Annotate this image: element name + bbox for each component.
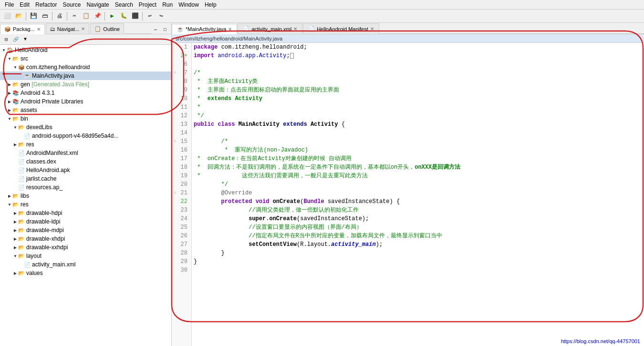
collapse-all[interactable]: ⊟ (2, 35, 10, 44)
tree-item-android431[interactable]: ▶ 📚 Android 4.3.1 (0, 89, 171, 97)
toolbar-save-all[interactable]: 🗃 (40, 11, 50, 21)
menu-bar: File Edit Refactor Source Navigate Searc… (0, 0, 644, 10)
tree-item-drawable-xhdpi[interactable]: ▶ 📂 drawable-xhdpi (0, 234, 171, 243)
toolbar-new[interactable]: ⬜ (2, 11, 12, 21)
tab-package-explorer[interactable]: 📦 Packag... ✕ (0, 24, 45, 34)
arrow-drawable-mdpi: ▶ (12, 227, 18, 233)
menu-refactor[interactable]: Refactor (32, 1, 60, 8)
tree-item-jarlist[interactable]: ▶ 📄 jarlist.cache (0, 174, 171, 183)
label-layout: layout (26, 253, 42, 259)
tab-outline[interactable]: 📋 Outline (90, 23, 124, 34)
tree-item-drawable-mdpi[interactable]: ▶ 📂 drawable-mdpi (0, 226, 171, 234)
ln-10: 10 (174, 94, 189, 103)
tree-item-apk[interactable]: ▶ 📄 HelloAndroid.apk (0, 166, 171, 174)
tree-item-helloandroid[interactable]: ▼ 🏠 HelloAndroid (0, 46, 171, 54)
menu-file[interactable]: File (2, 1, 17, 8)
tree-item-drawable-hdpi[interactable]: ▶ 📂 drawable-hdpi (0, 209, 171, 217)
tree-item-res[interactable]: ▼ 📂 res (0, 200, 171, 209)
tree-item-classesdex[interactable]: ▶ 📄 classes.dex (0, 157, 171, 166)
tree-item-mainactivity[interactable]: ▶ ☕ MainActivity.java (0, 71, 171, 80)
tree-item-gen[interactable]: ▶ 📂 gen [Generated Java Files] (0, 80, 171, 89)
package-close-icon[interactable]: ✕ (37, 27, 41, 32)
tree-item-activity-main[interactable]: ▶ 📄 activity_main.xml (0, 260, 171, 269)
activity-xml-close[interactable]: ✕ (293, 26, 297, 31)
tab-navigator[interactable]: 🗂 Navigat... ✕ (46, 23, 89, 34)
icon-res: 📂 (12, 202, 19, 208)
toolbar-cut[interactable]: ✂ (69, 11, 80, 21)
ln-22: 22 (174, 197, 189, 206)
ln-19: 19 (174, 172, 189, 180)
tree-item-bin-res[interactable]: ▶ 📂 res (0, 140, 171, 149)
tree-item-libs[interactable]: ▶ 📂 libs (0, 192, 171, 200)
arrow-bin: ▼ (7, 116, 12, 122)
tree-item-bin[interactable]: ▼ 📂 bin (0, 114, 171, 123)
link-with-editor[interactable]: 🔗 (11, 35, 20, 44)
arrow-dexedlibs: ▼ (12, 124, 18, 130)
tab-activity-main-xml[interactable]: 📄 activity_main.xml ✕ (238, 23, 302, 34)
file-tree[interactable]: ▼ 🏠 HelloAndroid ▼ 📂 src ▼ 📦 com.itzheng… (0, 45, 171, 346)
menu-search[interactable]: Search (112, 1, 136, 8)
toolbar-debug[interactable]: 🐛 (118, 11, 129, 21)
label-resources: resources.ap_ (26, 184, 62, 191)
navigator-tab-label: Navigat... (57, 26, 79, 32)
tree-item-resources[interactable]: ▶ 📄 resources.ap_ (0, 183, 171, 192)
tree-item-package[interactable]: ▼ 📦 com.itzheng.helloandroid (0, 63, 171, 71)
toolbar: ⬜ 📂 💾 🗃 🖨 ✂ 📋 📌 ▶ 🐛 ⬛ ↩ ↪ (0, 10, 644, 23)
tree-item-android-support[interactable]: ▶ 📄 android-support-v4-68d95e5a4d... (0, 132, 171, 140)
tree-item-dexedlibs[interactable]: ▼ 📂 dexedLibs (0, 123, 171, 132)
menu-navigate[interactable]: Navigate (83, 1, 112, 8)
code-content[interactable]: package com.itzheng.helloandroid; import… (192, 43, 644, 346)
navigator-close-icon[interactable]: ✕ (81, 26, 85, 31)
toolbar-redo[interactable]: ↪ (156, 11, 166, 21)
code-line-21: @Override (194, 189, 644, 197)
arrow-values: ▶ (12, 270, 18, 276)
label-mainactivity: MainActivity.java (32, 72, 74, 79)
tree-item-drawable-ldpi[interactable]: ▶ 📂 drawable-ldpi (0, 217, 171, 226)
toolbar-stop[interactable]: ⬛ (130, 11, 140, 21)
menu-help[interactable]: Help (202, 1, 219, 8)
panel-menu[interactable]: ▼ (21, 35, 30, 44)
mainactivity-close[interactable]: ✕ (228, 27, 232, 32)
tree-item-layout[interactable]: ▼ 📂 layout (0, 252, 171, 260)
toolbar-print[interactable]: 🖨 (54, 11, 65, 21)
code-editor[interactable]: 1 2+ 6 ○7 8 9 10 11 12 13 14 ○15 16 17 1… (172, 43, 644, 346)
toolbar-copy[interactable]: 📋 (81, 11, 91, 21)
right-panel: ☕ *MainActivity.java ✕ 📄 activity_main.x… (172, 23, 644, 346)
toolbar-paste[interactable]: 📌 (92, 11, 103, 21)
toolbar-save[interactable]: 💾 (28, 11, 39, 21)
icon-resources: 📄 (18, 184, 25, 191)
tree-item-drawable-xxhdpi[interactable]: ▶ 📂 drawable-xxhdpi (0, 243, 171, 252)
toolbar-open[interactable]: 📂 (13, 11, 24, 21)
line-numbers: 1 2+ 6 ○7 8 9 10 11 12 13 14 ○15 16 17 1… (172, 43, 192, 346)
toolbar-run[interactable]: ▶ (107, 11, 117, 21)
menu-edit[interactable]: Edit (17, 1, 32, 8)
toolbar-undo[interactable]: ↩ (145, 11, 155, 21)
code-line-13: public class MainActivity extends Activi… (194, 120, 644, 129)
tree-item-values[interactable]: ▶ 📂 values (0, 269, 171, 277)
tree-item-androidmanifest[interactable]: ▶ 📄 AndroidManifest.xml (0, 149, 171, 157)
icon-android431: 📚 (12, 90, 19, 96)
tree-item-assets[interactable]: ▶ 📂 assets (0, 106, 171, 114)
panel-maximize[interactable]: □ (161, 25, 169, 34)
panel-minimize[interactable]: — (151, 25, 160, 34)
panel-toolbar: ⊟ 🔗 ▼ (0, 34, 171, 45)
manifest-close[interactable]: ✕ (370, 26, 374, 31)
menu-project[interactable]: Project (136, 1, 159, 8)
breadcrumb: src/com/itzheng/helloandroid/MainActivit… (172, 34, 644, 43)
ln-23: 23 (174, 206, 189, 214)
menu-source[interactable]: Source (60, 1, 83, 8)
menu-run[interactable]: Run (159, 1, 176, 8)
menu-window[interactable]: Window (176, 1, 202, 8)
ln-17: 17 (174, 154, 189, 163)
ln-25: 25 (174, 223, 189, 232)
tab-mainactivity-java[interactable]: ☕ *MainActivity.java ✕ (172, 24, 237, 34)
code-line-14 (194, 129, 644, 137)
tab-hello-manifest[interactable]: 📄 HelloAndroid Manifest ✕ (303, 23, 379, 34)
manifest-tab-label: HelloAndroid Manifest (317, 26, 368, 32)
label-jarlist: jarlist.cache (26, 175, 56, 182)
code-line-15: /* (194, 137, 644, 146)
label-drawable-mdpi: drawable-mdpi (26, 227, 64, 234)
tree-item-src[interactable]: ▼ 📂 src (0, 54, 171, 63)
ln-29: 29 (174, 257, 189, 266)
tree-item-private-libs[interactable]: ▶ 📚 Android Private Libraries (0, 97, 171, 106)
